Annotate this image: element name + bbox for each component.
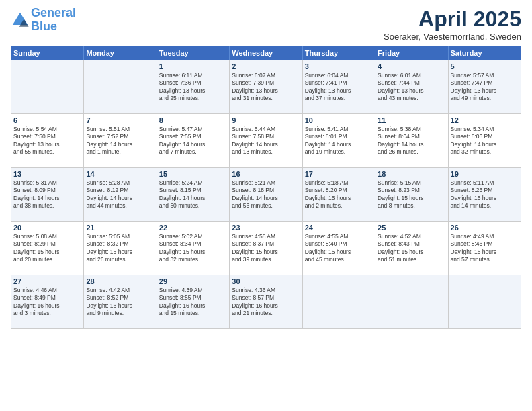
day-number: 13 — [13, 170, 81, 178]
location-title: Soeraker, Vaesternorrland, Sweden — [384, 32, 521, 42]
table-row: 12Sunrise: 5:34 AM Sunset: 8:06 PM Dayli… — [448, 114, 521, 168]
day-info: Sunrise: 5:38 AM Sunset: 8:04 PM Dayligh… — [378, 126, 445, 156]
table-row: 11Sunrise: 5:38 AM Sunset: 8:04 PM Dayli… — [375, 114, 448, 168]
day-info: Sunrise: 5:44 AM Sunset: 7:58 PM Dayligh… — [232, 126, 300, 156]
table-row — [302, 275, 375, 329]
day-number: 7 — [86, 116, 154, 124]
table-row: 5Sunrise: 5:57 AM Sunset: 7:47 PM Daylig… — [448, 60, 521, 114]
day-info: Sunrise: 4:49 AM Sunset: 8:46 PM Dayligh… — [451, 233, 519, 264]
month-title: April 2025 — [384, 7, 521, 32]
col-wednesday: Wednesday — [230, 46, 302, 60]
col-monday: Monday — [84, 46, 157, 60]
day-number: 23 — [232, 224, 300, 232]
day-number: 28 — [86, 277, 154, 285]
logo-text: General Blue — [31, 7, 76, 34]
day-number: 20 — [13, 224, 81, 232]
table-row: 16Sunrise: 5:21 AM Sunset: 8:18 PM Dayli… — [230, 168, 302, 222]
day-info: Sunrise: 5:28 AM Sunset: 8:12 PM Dayligh… — [86, 179, 154, 210]
table-row: 27Sunrise: 4:46 AM Sunset: 8:49 PM Dayli… — [11, 275, 84, 329]
day-number: 19 — [451, 170, 519, 178]
day-number: 12 — [451, 116, 519, 124]
logo-icon — [11, 11, 30, 30]
col-thursday: Thursday — [302, 46, 375, 60]
calendar-week-row: 20Sunrise: 5:08 AM Sunset: 8:29 PM Dayli… — [11, 222, 521, 275]
day-info: Sunrise: 5:34 AM Sunset: 8:06 PM Dayligh… — [451, 126, 519, 156]
table-row: 25Sunrise: 4:52 AM Sunset: 8:43 PM Dayli… — [375, 222, 448, 275]
table-row: 8Sunrise: 5:47 AM Sunset: 7:55 PM Daylig… — [157, 114, 229, 168]
logo-blue: Blue — [31, 19, 57, 33]
day-info: Sunrise: 5:51 AM Sunset: 7:52 PM Dayligh… — [86, 126, 154, 156]
col-tuesday: Tuesday — [157, 46, 229, 60]
day-number: 18 — [378, 170, 445, 178]
day-info: Sunrise: 5:02 AM Sunset: 8:34 PM Dayligh… — [159, 233, 227, 264]
day-number: 27 — [13, 277, 81, 285]
table-row: 2Sunrise: 6:07 AM Sunset: 7:39 PM Daylig… — [230, 60, 302, 114]
day-info: Sunrise: 5:57 AM Sunset: 7:47 PM Dayligh… — [451, 72, 519, 103]
day-number: 6 — [13, 116, 81, 124]
calendar-week-row: 27Sunrise: 4:46 AM Sunset: 8:49 PM Dayli… — [11, 275, 521, 329]
table-row — [448, 275, 521, 329]
table-row: 23Sunrise: 4:58 AM Sunset: 8:37 PM Dayli… — [230, 222, 302, 275]
day-number: 21 — [86, 224, 154, 232]
day-info: Sunrise: 4:36 AM Sunset: 8:57 PM Dayligh… — [232, 287, 300, 318]
day-info: Sunrise: 5:11 AM Sunset: 8:26 PM Dayligh… — [451, 179, 519, 210]
day-info: Sunrise: 6:04 AM Sunset: 7:41 PM Dayligh… — [305, 72, 373, 103]
calendar-header-row: Sunday Monday Tuesday Wednesday Thursday… — [11, 46, 521, 60]
day-info: Sunrise: 4:42 AM Sunset: 8:52 PM Dayligh… — [86, 287, 154, 318]
table-row: 13Sunrise: 5:31 AM Sunset: 8:09 PM Dayli… — [11, 168, 84, 222]
table-row: 6Sunrise: 5:54 AM Sunset: 7:50 PM Daylig… — [11, 114, 84, 168]
day-info: Sunrise: 4:46 AM Sunset: 8:49 PM Dayligh… — [13, 287, 81, 318]
day-info: Sunrise: 5:54 AM Sunset: 7:50 PM Dayligh… — [13, 126, 81, 156]
day-info: Sunrise: 5:18 AM Sunset: 8:20 PM Dayligh… — [305, 179, 373, 210]
table-row: 21Sunrise: 5:05 AM Sunset: 8:32 PM Dayli… — [84, 222, 157, 275]
calendar-table: Sunday Monday Tuesday Wednesday Thursday… — [11, 46, 521, 329]
logo: General Blue — [11, 7, 76, 34]
day-number: 11 — [378, 116, 445, 124]
table-row: 30Sunrise: 4:36 AM Sunset: 8:57 PM Dayli… — [230, 275, 302, 329]
table-row — [375, 275, 448, 329]
day-info: Sunrise: 5:21 AM Sunset: 8:18 PM Dayligh… — [232, 179, 300, 210]
table-row: 26Sunrise: 4:49 AM Sunset: 8:46 PM Dayli… — [448, 222, 521, 275]
day-number: 8 — [159, 116, 227, 124]
day-number: 4 — [378, 62, 445, 71]
day-info: Sunrise: 5:47 AM Sunset: 7:55 PM Dayligh… — [159, 126, 227, 156]
page: General Blue April 2025 Soeraker, Vaeste… — [0, 0, 532, 411]
day-info: Sunrise: 5:41 AM Sunset: 8:01 PM Dayligh… — [305, 126, 373, 156]
day-number: 1 — [159, 62, 227, 71]
day-number: 10 — [305, 116, 373, 124]
header: General Blue April 2025 Soeraker, Vaeste… — [11, 7, 521, 42]
day-info: Sunrise: 4:52 AM Sunset: 8:43 PM Dayligh… — [378, 233, 445, 264]
col-friday: Friday — [375, 46, 448, 60]
day-number: 17 — [305, 170, 373, 178]
day-info: Sunrise: 5:24 AM Sunset: 8:15 PM Dayligh… — [159, 179, 227, 210]
calendar-week-row: 1Sunrise: 6:11 AM Sunset: 7:36 PM Daylig… — [11, 60, 521, 114]
day-info: Sunrise: 5:05 AM Sunset: 8:32 PM Dayligh… — [86, 233, 154, 264]
table-row: 17Sunrise: 5:18 AM Sunset: 8:20 PM Dayli… — [302, 168, 375, 222]
title-block: April 2025 Soeraker, Vaesternorrland, Sw… — [384, 7, 521, 42]
calendar-week-row: 13Sunrise: 5:31 AM Sunset: 8:09 PM Dayli… — [11, 168, 521, 222]
day-number: 25 — [378, 224, 445, 232]
table-row: 22Sunrise: 5:02 AM Sunset: 8:34 PM Dayli… — [157, 222, 229, 275]
table-row — [11, 60, 84, 114]
table-row: 10Sunrise: 5:41 AM Sunset: 8:01 PM Dayli… — [302, 114, 375, 168]
table-row: 18Sunrise: 5:15 AM Sunset: 8:23 PM Dayli… — [375, 168, 448, 222]
day-number: 26 — [451, 224, 519, 232]
table-row: 14Sunrise: 5:28 AM Sunset: 8:12 PM Dayli… — [84, 168, 157, 222]
table-row: 28Sunrise: 4:42 AM Sunset: 8:52 PM Dayli… — [84, 275, 157, 329]
col-saturday: Saturday — [448, 46, 521, 60]
day-number: 14 — [86, 170, 154, 178]
col-sunday: Sunday — [11, 46, 84, 60]
day-info: Sunrise: 4:58 AM Sunset: 8:37 PM Dayligh… — [232, 233, 300, 264]
day-info: Sunrise: 5:15 AM Sunset: 8:23 PM Dayligh… — [378, 179, 445, 210]
table-row: 24Sunrise: 4:55 AM Sunset: 8:40 PM Dayli… — [302, 222, 375, 275]
table-row: 1Sunrise: 6:11 AM Sunset: 7:36 PM Daylig… — [157, 60, 229, 114]
day-info: Sunrise: 4:39 AM Sunset: 8:55 PM Dayligh… — [159, 287, 227, 318]
day-info: Sunrise: 6:07 AM Sunset: 7:39 PM Dayligh… — [232, 72, 300, 103]
day-number: 22 — [159, 224, 227, 232]
table-row: 15Sunrise: 5:24 AM Sunset: 8:15 PM Dayli… — [157, 168, 229, 222]
day-number: 29 — [159, 277, 227, 285]
table-row: 7Sunrise: 5:51 AM Sunset: 7:52 PM Daylig… — [84, 114, 157, 168]
day-info: Sunrise: 6:11 AM Sunset: 7:36 PM Dayligh… — [159, 72, 227, 103]
table-row: 3Sunrise: 6:04 AM Sunset: 7:41 PM Daylig… — [302, 60, 375, 114]
day-info: Sunrise: 6:01 AM Sunset: 7:44 PM Dayligh… — [378, 72, 445, 103]
